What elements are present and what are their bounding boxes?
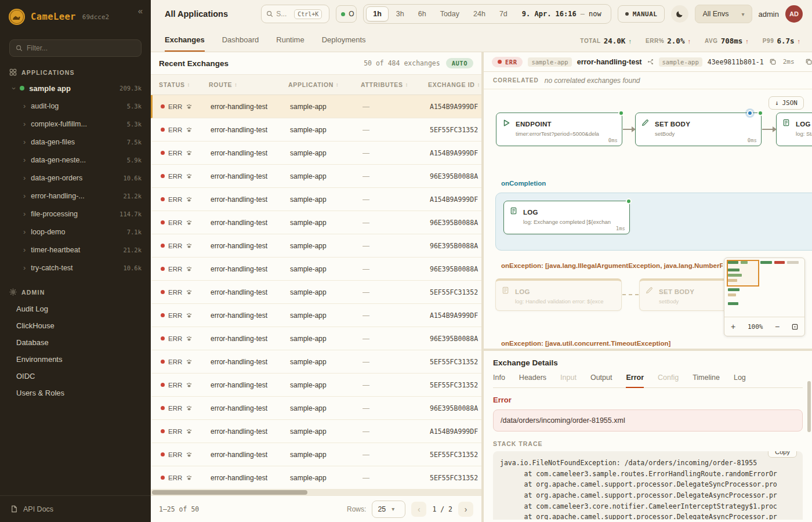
horizontal-scrollbar[interactable] [151,490,481,495]
sidebar-route-complex-fulfillm[interactable]: ›complex-fulfillm...5.3k [0,115,151,133]
exchange-status-cell: ERR [161,451,211,458]
column-header-route[interactable]: ROUTE↕ [209,81,288,88]
sidebar-item-clickhouse[interactable]: ClickHouse [0,317,151,334]
column-header-exchange-id[interactable]: EXCHANGE ID↕ [428,81,481,88]
avatar[interactable]: AD [785,5,803,23]
detail-tab-log[interactable]: Log [734,374,746,388]
flow-minimap[interactable]: + 100% − [724,258,805,336]
paw-icon [186,312,193,319]
filter-input[interactable] [27,44,135,52]
table-row[interactable]: ERRerror-handling-testsample-app—5EF55FC… [151,350,481,374]
tab-runtime[interactable]: Runtime [276,35,304,52]
range-button-6h[interactable]: 6h [412,6,433,21]
flow-canvas[interactable]: ↓ JSON ENDPOINT timer:errorTest?period=5… [484,89,812,349]
sidebar-route-audit-log[interactable]: ›audit-log5.3k [0,97,151,115]
detail-tab-info[interactable]: Info [493,374,505,388]
range-button-24h[interactable]: 24h [467,6,492,21]
sidebar-item-environments[interactable]: Environments [0,351,151,368]
previous-page-button[interactable]: ‹ [411,502,426,517]
scrollbar-thumb[interactable] [152,490,307,495]
next-page-button[interactable]: › [458,502,473,517]
zoom-out-button[interactable]: − [775,322,780,331]
column-header-status[interactable]: STATUS↕ [159,81,209,88]
flow-node-log[interactable]: LOG log: Sta [776,113,812,146]
details-scrollbar[interactable] [807,381,811,432]
table-row[interactable]: ERRerror-handling-testsample-app—96E395B… [151,327,481,350]
table-row[interactable]: ERRerror-handling-testsample-app—5EF55FC… [151,443,481,466]
copy-exchange-icon[interactable] [805,58,812,66]
column-header-attributes[interactable]: ATTRIBUTES↕ [361,81,428,88]
flow-node-exception-log[interactable]: LOG log: Handled validation error: ${exc… [495,278,622,311]
flow-node-completion-log[interactable]: LOG log: Exchange completed [${exchan 1m… [503,201,630,234]
tab-exchanges[interactable]: Exchanges [165,35,205,52]
table-row[interactable]: ERRerror-handling-testsample-app—A154B9A… [151,420,481,443]
sidebar-route-try-catch-test[interactable]: ›try-catch-test10.6k [0,259,151,277]
dark-mode-toggle[interactable] [671,5,688,23]
exchange-id-cell: 96E395B0088A [430,219,481,227]
sidebar-item-audit-log[interactable]: Audit Log [0,300,151,317]
api-docs-link[interactable]: API Docs [0,495,151,522]
auto-refresh-badge[interactable]: AUTO [446,58,473,68]
global-search[interactable]: Ctrl+K [261,5,329,23]
download-json-button[interactable]: ↓ JSON [768,96,804,110]
detail-tab-input[interactable]: Input [560,374,577,388]
sidebar-route-timer-heartbeat[interactable]: ›timer-heartbeat21.2k [0,241,151,259]
zoom-in-button[interactable]: + [731,322,735,331]
exchange-id-cell: A154B9A999DF [430,195,481,204]
application-cell: sample-app [290,126,362,134]
table-row[interactable]: ERRerror-handling-testsample-app—96E395B… [151,397,481,420]
column-header-application[interactable]: APPLICATION↕ [288,81,361,88]
sidebar-item-sample-app[interactable]: › sample app 209.3k [0,79,151,97]
table-row[interactable]: ERRerror-handling-testsample-app—96E395B… [151,211,481,234]
table-row[interactable]: ERRerror-handling-testsample-app—96E395B… [151,234,481,258]
table-row[interactable]: ERRerror-handling-testsample-app—A154B9A… [151,304,481,327]
flow-node-setbody[interactable]: SET BODY setBody 0ms [635,113,762,146]
sidebar-route-error-handling[interactable]: ›error-handling-...21.2k [0,187,151,205]
detail-tab-timeline[interactable]: Timeline [693,374,720,388]
table-row[interactable]: ERRerror-handling-testsample-app—5EF55FC… [151,466,481,490]
sidebar-route-file-processing[interactable]: ›file-processing114.7k [0,205,151,223]
table-row[interactable]: ERRerror-handling-testsample-app—A154B9A… [151,188,481,211]
detail-tab-headers[interactable]: Headers [519,374,546,388]
sidebar-item-oidc[interactable]: OIDC [0,368,151,385]
table-row[interactable]: ERRerror-handling-testsample-app—96E395B… [151,165,481,188]
search-input[interactable] [276,10,291,18]
copy-id-icon[interactable] [769,58,777,66]
tab-dashboard[interactable]: Dashboard [222,35,259,52]
search-icon [266,10,273,17]
sidebar-route-loop-demo[interactable]: ›loop-demo7.1k [0,223,151,241]
table-row[interactable]: ERRerror-handling-testsample-app—96E395B… [151,258,481,281]
detail-tab-error[interactable]: Error [626,374,644,388]
range-button-1h[interactable]: 1h [366,6,389,21]
detail-tab-output[interactable]: Output [590,374,612,388]
live-toggle[interactable]: O [336,5,357,23]
route-name: data-gen-files [31,138,121,146]
table-row[interactable]: ERRerror-handling-testsample-app—5EF55FC… [151,281,481,304]
detail-tab-config[interactable]: Config [658,374,679,388]
collapse-sidebar-button[interactable]: « [138,6,143,16]
table-row[interactable]: ERRerror-handling-testsample-app—5EF55FC… [151,118,481,142]
table-row[interactable]: ERRerror-handling-testsample-app—A154B9A… [151,142,481,165]
error-dot-icon [161,406,165,410]
manual-mode-button[interactable]: MANUAL [618,5,665,23]
application-cell: sample-app [290,427,362,436]
copy-stack-button[interactable]: Copy [768,451,797,458]
table-row[interactable]: ERRerror-handling-testsample-app—A154B9A… [151,95,481,118]
sidebar-route-data-gen-neste[interactable]: ›data-gen-neste...5.9k [0,151,151,169]
range-button-today[interactable]: Today [434,6,466,21]
zoom-fit-button[interactable] [792,324,798,330]
sidebar-item-database[interactable]: Database [0,334,151,351]
minimap-viewport[interactable] [727,260,759,287]
sidebar-route-data-gen-files[interactable]: ›data-gen-files7.5k [0,133,151,151]
rows-per-page-select[interactable]: 25 ▾ [372,501,405,518]
table-row[interactable]: ERRerror-handling-testsample-app—5EF55FC… [151,374,481,397]
tab-deployments[interactable]: Deployments [322,35,366,52]
range-button-7d[interactable]: 7d [493,6,514,21]
sidebar-item-users-roles[interactable]: Users & Roles [0,385,151,401]
environment-select[interactable]: All Envs ▾ [695,5,752,23]
range-button-3h[interactable]: 3h [390,6,411,21]
flow-node-endpoint[interactable]: ENDPOINT timer:errorTest?period=5000&del… [496,113,622,146]
sidebar-route-data-gen-orders[interactable]: ›data-gen-orders10.6k [0,169,151,187]
date-range-button[interactable]: 9. Apr. 16:16 — now [515,10,608,18]
minimap-canvas[interactable] [724,258,804,317]
